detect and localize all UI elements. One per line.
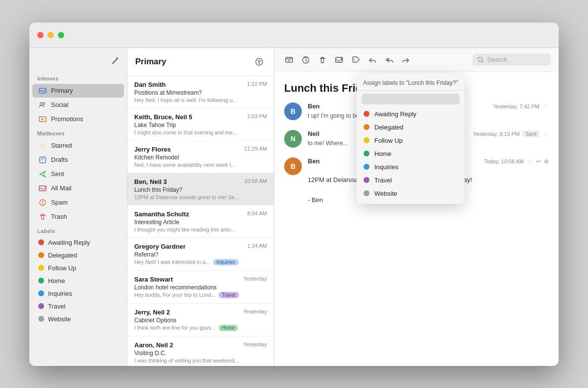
travel-dot [364, 177, 369, 183]
sidebar-item-website[interactable]: Website [32, 313, 124, 325]
snooze-button[interactable] [299, 53, 313, 67]
email-time: 1:12 PM [247, 81, 267, 88]
inboxes-section-label: Inboxes [29, 72, 127, 83]
starred-icon: ☆ [38, 141, 47, 150]
trash-icon [38, 212, 47, 221]
email-item-selected[interactable]: Ben, Neil 3 10:58 AM Lunch this Friday? … [127, 173, 274, 206]
svg-point-1 [40, 103, 43, 105]
sent-icon [38, 170, 47, 179]
trash-label: Trash [51, 213, 118, 220]
starred-label: Starred [51, 142, 118, 149]
spam-icon [38, 198, 47, 207]
dropdown-title: Assign labels to "Lunch this Friday?" [357, 78, 465, 91]
email-subject: Visiting D.C. [134, 350, 267, 357]
email-tag-home: Home [219, 325, 239, 331]
dropdown-item-website[interactable]: Website [357, 187, 465, 200]
email-item[interactable]: Samantha Schultz 8:04 AM Interesting Art… [127, 206, 274, 238]
sidebar-item-all-mail[interactable]: All Mail [32, 181, 124, 195]
sidebar-item-awaiting-reply[interactable]: Awaiting Reply [32, 236, 124, 249]
search-input[interactable] [487, 56, 546, 63]
reply-all-button[interactable] [382, 53, 396, 67]
dropdown-item-follow-up[interactable]: Follow Up [357, 134, 465, 147]
dropdown-item-inquiries[interactable]: Inquiries [357, 160, 465, 174]
move-button[interactable] [332, 53, 346, 67]
sidebar-item-social[interactable]: Social [32, 98, 124, 112]
fullscreen-button[interactable] [58, 32, 64, 38]
email-tag-inquiries: Inquiries [213, 259, 239, 265]
home-dot [38, 278, 44, 284]
email-preview: Hey Neil, I hope all is well. I'm follow… [134, 97, 267, 103]
sidebar-item-starred[interactable]: ☆ Starred [32, 139, 124, 153]
home-label: Home [48, 277, 118, 285]
reply-icon[interactable]: ↩ [536, 158, 541, 165]
email-sender: Sara Stewart [134, 276, 173, 283]
sidebar-item-drafts[interactable]: Drafts [32, 153, 124, 167]
email-preview: 12PM at Delarosa sounds great to me! Se.… [134, 194, 267, 200]
label-dropdown-overlay: Assign labels to "Lunch this Friday?" Aw… [357, 74, 465, 204]
email-sender: Jerry Flores [134, 146, 171, 153]
close-button[interactable] [37, 32, 44, 38]
label-dropdown-menu: Assign labels to "Lunch this Friday?" Aw… [357, 74, 465, 204]
email-time: 10:58 AM [245, 178, 267, 185]
sidebar-item-spam[interactable]: Spam [32, 196, 124, 209]
email-item[interactable]: Jerry Flores 11:29 AM Kitchen Remodel Ne… [127, 141, 274, 173]
minimize-button[interactable] [48, 32, 54, 38]
dropdown-search-bar[interactable] [362, 94, 460, 104]
archive-button[interactable] [282, 53, 296, 67]
more-icon[interactable]: ⊕ [544, 158, 549, 165]
email-sender: Ben, Neil 3 [134, 178, 167, 185]
dropdown-item-label: Awaiting Reply [374, 110, 416, 118]
sidebar-item-follow-up[interactable]: Follow Up [32, 262, 124, 274]
email-tag-travel: Travel [219, 292, 239, 298]
email-item[interactable]: Sara Stewart Yesterday London hotel reco… [127, 271, 274, 304]
search-bar[interactable] [472, 53, 551, 66]
awaiting-reply-dot [364, 111, 369, 117]
dropdown-item-label: Inquiries [374, 163, 398, 171]
spam-label: Spam [51, 199, 118, 206]
email-subject: London hotel recommendations [134, 284, 267, 291]
website-label: Website [48, 315, 118, 323]
forward-button[interactable] [399, 53, 413, 67]
email-preview: I might also come in that evening and me… [134, 129, 267, 135]
star-button[interactable]: ☆ [542, 130, 549, 138]
filter-button[interactable] [252, 55, 266, 69]
email-preview: I thought you might like reading this ar… [134, 227, 267, 233]
email-item[interactable]: Aaron, Neil 2 Yesterday Visiting D.C. I … [127, 336, 274, 366]
email-item[interactable]: Keith, Bruce, Neil 5 1:03 PM Lake Tahoe … [127, 108, 274, 141]
convo-time: Yesterday, 8:19 PM [473, 131, 520, 137]
dropdown-item-travel[interactable]: Travel [357, 174, 465, 187]
delete-button[interactable] [316, 53, 329, 67]
mailboxes-section-label: Mailboxes [29, 127, 127, 138]
dropdown-item-delegated[interactable]: Delegated [357, 121, 465, 134]
sent-badge: Sent [522, 130, 539, 137]
sidebar-item-home[interactable]: Home [32, 275, 124, 287]
star-button[interactable]: ☆ [527, 157, 533, 165]
email-item[interactable]: Dan Smith 1:12 PM Positions at Mimestrea… [127, 76, 274, 108]
sidebar-item-promotions[interactable]: Promotions [32, 112, 124, 126]
email-time: 11:29 AM [245, 146, 267, 153]
email-item[interactable]: Jerry, Neil 2 Yesterday Cabinet Options … [127, 304, 274, 336]
email-item[interactable]: Gregory Gardner 1:34 AM Referral? Hey Ne… [127, 238, 274, 271]
star-button[interactable]: ☆ [542, 103, 549, 110]
svg-point-11 [354, 59, 355, 60]
email-sender: Gregory Gardner [134, 243, 186, 250]
all-mail-icon [38, 184, 47, 193]
follow-up-label: Follow Up [48, 264, 118, 272]
sidebar-item-primary[interactable]: Primary [32, 84, 124, 98]
sidebar-item-inquiries[interactable]: Inquiries [32, 287, 124, 300]
sidebar-item-delegated[interactable]: Delegated [32, 249, 124, 261]
label-button[interactable] [349, 53, 363, 67]
sidebar-item-trash[interactable]: Trash [32, 210, 124, 224]
email-preview: Hey buddy, For your trip to Lond... Trav… [134, 292, 267, 298]
sidebar-item-sent[interactable]: Sent [32, 167, 124, 181]
dropdown-item-awaiting-reply[interactable]: Awaiting Reply [357, 107, 465, 121]
dropdown-item-label: Follow Up [374, 137, 403, 144]
delegated-dot [38, 252, 44, 258]
promotions-inbox-label: Promotions [51, 115, 118, 123]
email-time: 1:34 AM [247, 243, 267, 250]
reply-button[interactable] [366, 53, 379, 67]
sidebar-item-travel[interactable]: Travel [32, 300, 124, 312]
compose-button[interactable] [108, 54, 122, 68]
svg-rect-8 [286, 57, 293, 62]
dropdown-item-home[interactable]: Home [357, 147, 465, 160]
